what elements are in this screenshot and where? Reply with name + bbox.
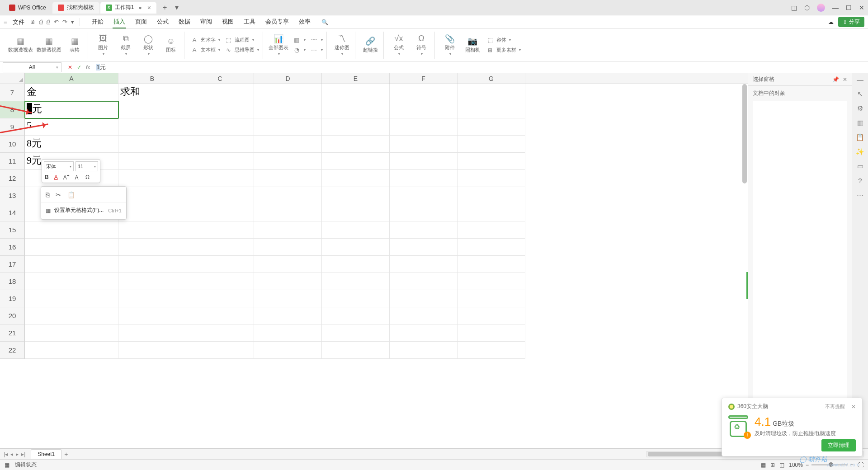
- col-header-b[interactable]: B: [118, 73, 186, 84]
- format-cells-item[interactable]: ▥ 设置单元格格式(F)... Ctrl+1: [41, 204, 126, 216]
- maximize-button[interactable]: ☐: [846, 4, 852, 11]
- tab-data[interactable]: 数据: [178, 16, 191, 28]
- chart-scatter-icon[interactable]: ⋯: [309, 46, 323, 55]
- sheet-prev-icon[interactable]: ◂: [10, 451, 13, 457]
- grow-font-button[interactable]: A+: [62, 173, 71, 181]
- tab-start[interactable]: 开始: [91, 16, 104, 28]
- tab-efficiency[interactable]: 效率: [298, 16, 311, 28]
- fx-icon[interactable]: fx: [86, 64, 90, 70]
- view-break-icon[interactable]: ◫: [779, 462, 784, 468]
- attachment-button[interactable]: 📎附件: [440, 34, 459, 56]
- font-family-select[interactable]: 宋体: [44, 161, 74, 171]
- font-color-button[interactable]: A: [53, 174, 59, 180]
- spreadsheet[interactable]: A B C D E F G 7 金 求和 8 1元 9 5: [0, 73, 748, 448]
- tab-template[interactable]: 找稻壳模板: [52, 2, 99, 14]
- select-all-corner[interactable]: [0, 73, 25, 84]
- tab-workbook[interactable]: S 工作簿1 ● ×: [100, 2, 156, 14]
- pivot-chart-button[interactable]: ▦数据透视图: [37, 37, 61, 53]
- object-button[interactable]: ⬚容体: [486, 36, 521, 45]
- col-header-a[interactable]: A: [25, 73, 118, 84]
- tab-formula[interactable]: 公式: [156, 16, 170, 28]
- add-tab-button[interactable]: +: [160, 4, 170, 12]
- cell-a10[interactable]: 8元: [25, 136, 118, 153]
- row-header[interactable]: 10: [0, 136, 25, 153]
- chart-bar-icon[interactable]: ▥: [292, 36, 306, 45]
- undo-icon[interactable]: ↶: [54, 19, 59, 25]
- equation-button[interactable]: √x公式: [389, 34, 408, 56]
- cube-icon[interactable]: ⬡: [804, 4, 810, 11]
- share-button[interactable]: ⇪ 分享: [838, 17, 864, 27]
- tab-insert[interactable]: 插入: [113, 16, 126, 28]
- clipboard-tool-icon[interactable]: 📋: [856, 133, 864, 141]
- chart-line-icon[interactable]: 〰: [309, 36, 323, 45]
- cloud-icon[interactable]: ☁: [828, 19, 834, 25]
- tab-tools[interactable]: 工具: [243, 16, 256, 28]
- symbol-omega-button[interactable]: Ω: [85, 174, 90, 180]
- row-header[interactable]: 11: [0, 153, 25, 170]
- tab-menu-icon[interactable]: ▾: [172, 3, 181, 12]
- popup-noremind[interactable]: 不再提醒: [825, 403, 845, 410]
- selection-pane-list[interactable]: [753, 101, 847, 448]
- sheet-last-icon[interactable]: ▸|: [21, 451, 25, 457]
- sheet-tab[interactable]: Sheet1: [31, 449, 61, 459]
- name-box[interactable]: A8: [3, 62, 61, 72]
- row-header[interactable]: 9: [0, 118, 25, 136]
- cancel-edit-icon[interactable]: ✕: [68, 64, 72, 70]
- all-charts-button[interactable]: 📊全部图表: [269, 34, 288, 56]
- tab-member[interactable]: 会员专享: [264, 16, 290, 28]
- font-size-select[interactable]: 11: [75, 161, 98, 171]
- tab-review[interactable]: 审阅: [199, 16, 213, 28]
- search-icon[interactable]: 🔍: [321, 19, 328, 25]
- cell-b7[interactable]: 求和: [118, 84, 186, 101]
- flowchart-button[interactable]: ⬚流程图: [224, 36, 259, 45]
- textbox-button[interactable]: A文本框: [190, 46, 220, 55]
- cell-a8[interactable]: 1元: [25, 101, 118, 118]
- file-menu[interactable]: 文件: [13, 18, 24, 26]
- hyperlink-button[interactable]: 🔗超链接: [361, 37, 380, 53]
- mini-toolbar[interactable]: 宋体 11 B A A+ A- Ω: [42, 159, 100, 183]
- tab-page[interactable]: 页面: [134, 16, 148, 28]
- settings-tool-icon[interactable]: ⚙: [857, 104, 863, 113]
- col-header-c[interactable]: C: [186, 73, 254, 84]
- collapse-icon[interactable]: —: [857, 76, 863, 84]
- col-header-d[interactable]: D: [254, 73, 322, 84]
- col-header-f[interactable]: F: [390, 73, 458, 84]
- screenshot-button[interactable]: ⧉截屏: [116, 34, 135, 56]
- rect-tool-icon[interactable]: ▭: [857, 162, 863, 170]
- col-header-g[interactable]: G: [458, 73, 525, 84]
- print-icon[interactable]: ⎙: [39, 19, 43, 25]
- pivot-table-button[interactable]: ▦数据透视表: [8, 37, 33, 53]
- add-sheet-button[interactable]: +: [64, 451, 68, 458]
- close-button[interactable]: ✕: [859, 4, 864, 11]
- minimize-button[interactable]: —: [832, 4, 839, 11]
- tab-view[interactable]: 视图: [221, 16, 235, 28]
- help-tool-icon[interactable]: ?: [858, 177, 862, 184]
- shapes-button[interactable]: ◯形状: [139, 34, 158, 56]
- user-avatar[interactable]: [817, 4, 825, 12]
- confirm-edit-icon[interactable]: ✓: [77, 64, 81, 70]
- tab-wps-home[interactable]: WPS Office: [4, 2, 52, 14]
- popup-close-icon[interactable]: ✕: [851, 404, 856, 410]
- popup-clean-button[interactable]: 立即清理: [821, 439, 856, 451]
- magic-tool-icon[interactable]: ✨: [856, 148, 864, 156]
- copy-icon[interactable]: ⎘: [46, 191, 49, 198]
- sheet-next-icon[interactable]: ▸: [16, 451, 19, 457]
- sheet-first-icon[interactable]: |◂: [4, 451, 8, 457]
- chart-pie-icon[interactable]: ◔: [292, 46, 306, 55]
- sparkline-button[interactable]: 〽迷你图: [332, 34, 351, 56]
- cell-a9[interactable]: 5: [25, 118, 118, 136]
- camera-button[interactable]: 📷照相机: [463, 37, 482, 53]
- print-preview-icon[interactable]: ⎙: [47, 19, 50, 25]
- wordart-button[interactable]: A艺术字: [190, 36, 220, 45]
- layout-icon[interactable]: ◫: [791, 4, 797, 11]
- pin-icon[interactable]: 📌: [832, 76, 839, 83]
- shrink-font-button[interactable]: A-: [74, 173, 81, 181]
- select-tool-icon[interactable]: ↖: [857, 90, 863, 98]
- view-page-icon[interactable]: ⊞: [770, 462, 775, 468]
- vertical-scrollbar[interactable]: [741, 84, 747, 447]
- save-icon[interactable]: 🗎: [30, 19, 36, 25]
- bold-button[interactable]: B: [44, 174, 50, 180]
- cell-a7[interactable]: 金: [25, 84, 118, 101]
- grid-icon[interactable]: ▦: [5, 462, 9, 468]
- cut-icon[interactable]: ✂: [56, 191, 61, 198]
